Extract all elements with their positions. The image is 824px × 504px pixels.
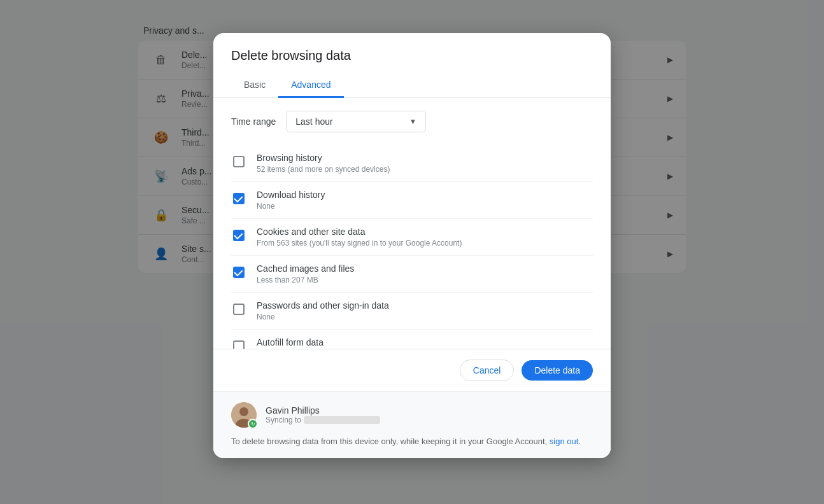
tab-basic[interactable]: Basic xyxy=(231,73,278,98)
sync-prefix: Syncing to xyxy=(266,416,301,424)
check-label-passwords: Passwords and other sign-in data xyxy=(257,300,389,311)
check-item-browsing-history: Browsing history 52 items (and more on s… xyxy=(231,145,593,182)
cancel-button[interactable]: Cancel xyxy=(460,360,515,381)
check-item-download-history: Download history None xyxy=(231,182,593,219)
checkbox-autofill[interactable] xyxy=(231,339,246,349)
tab-advanced[interactable]: Advanced xyxy=(278,73,343,98)
modal-overlay: Delete browsing data Basic Advanced Time… xyxy=(0,0,824,504)
sync-badge: ↻ xyxy=(248,419,258,429)
check-label-download-history: Download history xyxy=(257,190,325,200)
footer-note-prefix: To delete browsing data from this device… xyxy=(231,437,547,446)
checkbox-unchecked xyxy=(233,156,245,167)
checkbox-browsing-history[interactable] xyxy=(231,154,246,169)
time-range-label: Time range xyxy=(231,116,276,127)
check-item-passwords: Passwords and other sign-in data None xyxy=(231,293,593,330)
dialog-header: Delete browsing data Basic Advanced xyxy=(213,33,611,98)
checkbox-unchecked xyxy=(233,340,245,349)
checkbox-cookies[interactable] xyxy=(231,228,246,243)
time-range-value: Last hour xyxy=(295,116,332,127)
check-sub-passwords: None xyxy=(257,312,389,321)
avatar-wrap: ↻ xyxy=(231,402,257,428)
sign-out-link[interactable]: sign out xyxy=(550,437,579,446)
dialog-title: Delete browsing data xyxy=(231,48,593,63)
user-row: ↻ Gavin Phillips Syncing to xyxy=(231,402,593,428)
svg-point-1 xyxy=(239,407,248,416)
time-range-select[interactable]: Last hour ▼ xyxy=(286,111,426,132)
footer-note-suffix: . xyxy=(578,437,581,446)
check-label-browsing-history: Browsing history xyxy=(257,153,390,163)
check-sub-browsing-history: 52 items (and more on synced devices) xyxy=(257,165,390,174)
checkbox-download-history[interactable] xyxy=(231,191,246,206)
sync-email-redacted xyxy=(304,416,380,424)
checkbox-passwords[interactable] xyxy=(231,302,246,317)
checkbox-unchecked xyxy=(233,304,245,315)
dialog-actions: Cancel Delete data xyxy=(213,349,611,391)
dialog-body: Time range Last hour ▼ Browsing history … xyxy=(213,98,611,349)
time-range-row: Time range Last hour ▼ xyxy=(231,111,593,132)
check-sub-cached: Less than 207 MB xyxy=(257,276,354,284)
user-name: Gavin Phillips xyxy=(266,405,380,416)
checkbox-checked xyxy=(233,230,245,241)
check-label-cached: Cached images and files xyxy=(257,263,354,274)
check-item-cookies: Cookies and other site data From 563 sit… xyxy=(231,219,593,256)
sync-icon: ↻ xyxy=(251,421,255,427)
dropdown-arrow-icon: ▼ xyxy=(409,117,416,126)
checkbox-checked xyxy=(233,193,245,204)
check-sub-download-history: None xyxy=(257,202,325,211)
check-sub-cookies: From 563 sites (you'll stay signed in to… xyxy=(257,239,462,248)
check-item-autofill: Autofill form data xyxy=(231,330,593,349)
check-label-cookies: Cookies and other site data xyxy=(257,227,462,237)
delete-browsing-data-dialog: Delete browsing data Basic Advanced Time… xyxy=(213,33,611,458)
checklist-container[interactable]: Browsing history 52 items (and more on s… xyxy=(213,145,611,349)
dialog-tabs: Basic Advanced xyxy=(213,73,611,98)
footer-note: To delete browsing data from this device… xyxy=(231,435,593,448)
check-item-cached: Cached images and files Less than 207 MB xyxy=(231,256,593,293)
dialog-user-footer: ↻ Gavin Phillips Syncing to To delete br… xyxy=(213,391,611,458)
sync-text: Syncing to xyxy=(266,416,380,424)
checkbox-checked xyxy=(233,267,245,278)
checkbox-cached[interactable] xyxy=(231,265,246,280)
delete-data-button[interactable]: Delete data xyxy=(522,360,593,381)
check-label-autofill: Autofill form data xyxy=(257,337,323,347)
